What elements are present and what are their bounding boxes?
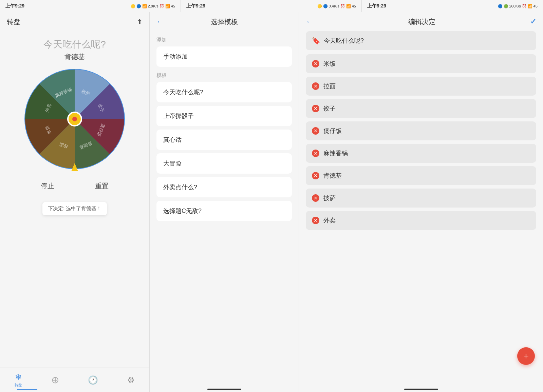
bottom-nav: ❄ 转盘 ⊕ 🕐 ⚙ (0, 368, 149, 392)
time-1: 上午9:29 (5, 3, 24, 9)
add-section-label: 添加 (156, 37, 292, 43)
wheel-area: 今天吃什么呢? 肯德基 (0, 31, 149, 368)
wheel-pointer (71, 163, 78, 171)
bottom-indicator-2 (207, 389, 241, 390)
reset-button[interactable]: 重置 (95, 181, 109, 191)
edit-content: 🔖 今天吃什么呢? ✕ 米饭 ✕ 拉面 ✕ 饺子 ✕ 煲仔饭 ✕ (299, 31, 543, 387)
panel-edit: ← 编辑决定 ✓ 🔖 今天吃什么呢? ✕ 米饭 ✕ 拉面 ✕ 饺子 (299, 12, 543, 392)
edit-item-text-3: 煲仔饭 (323, 127, 342, 135)
edit-confirm-button[interactable]: ✓ (530, 17, 536, 26)
nav-settings[interactable]: ⚙ (127, 375, 135, 385)
icons-2: 🟡 🔵 0.4K/s ⏰ 📶 45 (317, 4, 356, 8)
stop-button[interactable]: 停止 (41, 181, 54, 191)
panel3-bottom (299, 387, 543, 392)
manual-add-button[interactable]: 手动添加 (156, 46, 292, 67)
edit-item-text-7: 外卖 (323, 216, 336, 224)
panels: 转盘 ⬆ 今天吃什么呢? 肯德基 (0, 12, 543, 392)
wheel-title-label: 转盘 (7, 17, 20, 26)
add-nav-icon: ⊕ (51, 374, 59, 386)
wheel-controls: 停止 重置 (0, 173, 149, 199)
template-section-label: 模板 (156, 72, 292, 79)
template-item-2[interactable]: 真心话 (156, 130, 292, 150)
panel-wheel: 转盘 ⬆ 今天吃什么呢? 肯德基 (0, 12, 149, 392)
icons-3: 🔵 🟢 260K/s ⏰ 📶 45 (498, 4, 538, 8)
wheel-header: 转盘 ⬆ (0, 12, 149, 31)
panel-template: ← 选择模板 添加 手动添加 模板 今天吃什么呢? 上帝掷骰子 真心话 大冒险 … (149, 12, 299, 392)
status-bar-3: 上午9:29 🔵 🟢 260K/s ⏰ 📶 45 (362, 0, 543, 12)
nav-add[interactable]: ⊕ (51, 374, 59, 386)
wheel-center-button[interactable] (67, 112, 82, 126)
delete-item-3[interactable]: ✕ (312, 127, 319, 135)
wheel-question: 今天吃什么呢? (43, 38, 106, 51)
template-item-0[interactable]: 今天吃什么呢? (156, 82, 292, 102)
time-2: 上午9:29 (186, 3, 205, 9)
delete-item-0[interactable]: ✕ (312, 60, 319, 67)
nav-wheel-label: 转盘 (15, 383, 22, 388)
edit-item-text-2: 饺子 (323, 104, 336, 113)
template-content: 添加 手动添加 模板 今天吃什么呢? 上帝掷骰子 真心话 大冒险 外卖点什么? … (150, 31, 299, 387)
edit-item-text-6: 披萨 (323, 194, 336, 202)
edit-title-value: 今天吃什么呢? (324, 37, 364, 45)
delete-item-2[interactable]: ✕ (312, 105, 319, 112)
history-nav-icon: 🕐 (88, 375, 98, 385)
status-bar-2: 上午9:29 🟡 🔵 0.4K/s ⏰ 📶 45 (181, 0, 362, 12)
time-3: 上午9:29 (367, 3, 386, 9)
edit-title-row: 🔖 今天吃什么呢? (306, 31, 536, 50)
delete-item-7[interactable]: ✕ (312, 217, 319, 224)
wheel-toast: 下决定: 选中了肯德基！ (42, 202, 107, 215)
wheel-center-dot (72, 117, 77, 121)
template-item-1[interactable]: 上帝掷骰子 (156, 106, 292, 126)
template-title: 选择模板 (211, 17, 238, 26)
status-bar-1: 上午9:29 🟡 🔵 📶 2.9K/s ⏰ 📶 45 (0, 0, 181, 12)
edit-item-0: ✕ 米饭 (306, 54, 536, 73)
edit-header: ← 编辑决定 ✓ (299, 12, 543, 31)
edit-item-text-1: 拉面 (323, 82, 336, 90)
edit-item-3: ✕ 煲仔饭 (306, 121, 536, 140)
edit-item-7: ✕ 外卖 (306, 211, 536, 230)
delete-item-4[interactable]: ✕ (312, 150, 319, 157)
edit-back-button[interactable]: ← (306, 17, 313, 26)
template-item-3[interactable]: 大冒险 (156, 153, 292, 174)
panel2-bottom (150, 387, 299, 392)
edit-item-5: ✕ 肯德基 (306, 166, 536, 185)
template-item-4[interactable]: 外卖点什么? (156, 177, 292, 197)
template-item-5[interactable]: 选择题C无敌? (156, 201, 292, 221)
edit-title: 编辑决定 (408, 17, 435, 26)
edit-item-4: ✕ 麻辣香锅 (306, 144, 536, 163)
wheel-nav-icon: ❄ (15, 372, 22, 382)
wheel-current-result: 肯德基 (64, 52, 85, 61)
delete-item-1[interactable]: ✕ (312, 82, 319, 90)
nav-wheel[interactable]: ❄ 转盘 (15, 372, 22, 388)
template-back-button[interactable]: ← (156, 17, 164, 26)
edit-item-6: ✕ 披萨 (306, 189, 536, 208)
edit-item-text-4: 麻辣香锅 (323, 149, 348, 157)
edit-item-1: ✕ 拉面 (306, 77, 536, 96)
status-bars: 上午9:29 🟡 🔵 📶 2.9K/s ⏰ 📶 45 上午9:29 🟡 🔵 0.… (0, 0, 543, 12)
delete-item-5[interactable]: ✕ (312, 172, 319, 179)
template-header: ← 选择模板 (150, 12, 299, 31)
wheel-spinner[interactable]: 麻辣香锅 披萨 饺子 煲仔饭 肯德基 拉面 米饭 外卖 (24, 68, 126, 170)
delete-item-6[interactable]: ✕ (312, 194, 319, 202)
edit-item-text-0: 米饭 (323, 60, 336, 68)
bookmark-icon: 🔖 (312, 37, 320, 45)
settings-nav-icon: ⚙ (127, 375, 135, 385)
nav-history[interactable]: 🕐 (88, 375, 98, 385)
edit-item-2: ✕ 饺子 (306, 99, 536, 118)
edit-item-text-5: 肯德基 (323, 172, 342, 180)
fab-add-button[interactable]: + (517, 347, 535, 365)
icons-1: 🟡 🔵 📶 2.9K/s ⏰ 📶 45 (131, 4, 175, 8)
bottom-indicator-3 (404, 389, 438, 390)
nav-active-indicator (17, 389, 37, 390)
share-icon[interactable]: ⬆ (137, 18, 143, 26)
